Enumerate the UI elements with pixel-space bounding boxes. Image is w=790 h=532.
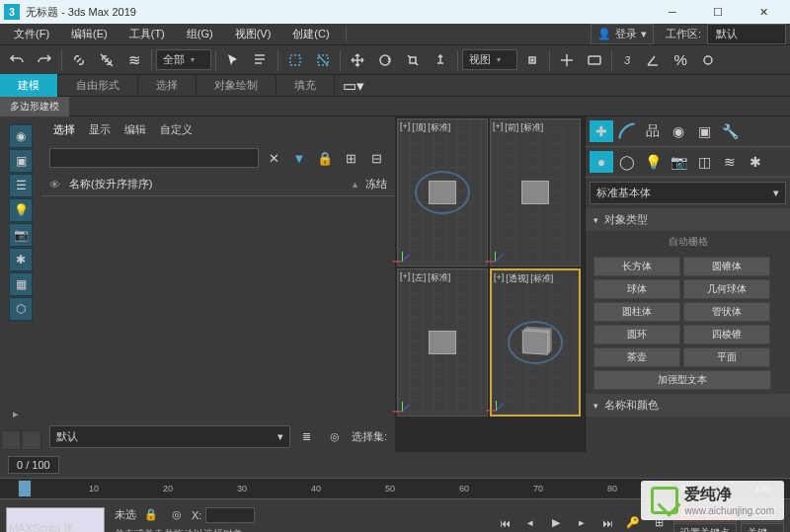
snap-toggle-button[interactable]: 3: [616, 47, 638, 73]
primitive-平面-button[interactable]: 平面: [683, 347, 770, 367]
maximize-button[interactable]: ☐: [695, 0, 741, 24]
primitive-圆环-button[interactable]: 圆环: [593, 325, 680, 344]
spacewarps-button[interactable]: ≋: [718, 151, 742, 173]
systems-button[interactable]: ✱: [744, 151, 767, 173]
primitive-长方体-button[interactable]: 长方体: [593, 257, 680, 276]
maxscript-listener[interactable]: MAXScript 迷: [6, 507, 105, 533]
prop-explorer-button[interactable]: ☰: [9, 174, 33, 197]
minimize-button[interactable]: ─: [650, 0, 695, 24]
menu-edit[interactable]: 编辑(E): [61, 24, 118, 44]
container-explorer-button[interactable]: ▦: [9, 272, 33, 296]
goto-end-button[interactable]: ⏭: [596, 513, 618, 533]
prev-frame-button[interactable]: ◂: [519, 513, 541, 533]
menu-file[interactable]: 文件(F): [4, 24, 59, 44]
missing-explorer-button[interactable]: ✱: [9, 248, 33, 271]
primitive-管状体-button[interactable]: 管状体: [683, 302, 770, 322]
layout-1-button[interactable]: [1, 430, 21, 450]
category-dropdown[interactable]: 标准基本体▾: [590, 182, 786, 204]
undo-button[interactable]: [4, 47, 30, 73]
ribbon-overflow-button[interactable]: ▭▾: [341, 73, 366, 99]
ribbon-tab-populate[interactable]: 填充: [276, 74, 335, 97]
select-object-button[interactable]: [220, 47, 246, 73]
viewport-label[interactable]: [+][顶][标准]: [398, 119, 452, 136]
name-column-header[interactable]: 名称(按升序排序): [69, 177, 351, 191]
ribbon-tab-objpaint[interactable]: 对象绘制: [197, 74, 276, 97]
scene-tab-edit[interactable]: 编辑: [124, 122, 146, 137]
layer-explorer-button[interactable]: ▣: [9, 149, 33, 173]
menu-create[interactable]: 创建(C): [282, 24, 339, 44]
angle-snap-button[interactable]: [640, 47, 666, 73]
scene-list-body[interactable]: [41, 196, 395, 421]
ribbon-tab-selection[interactable]: 选择: [138, 74, 197, 97]
objtype-rollout-header[interactable]: ▾ 对象类型: [586, 208, 790, 231]
view-children-button[interactable]: ⊞: [340, 147, 361, 169]
ribbon-tab-modeling[interactable]: 建模: [0, 74, 58, 97]
setkey-button[interactable]: 设置关键点: [673, 523, 737, 532]
time-slider-thumb[interactable]: [18, 480, 32, 497]
display-tab-button[interactable]: ▣: [692, 120, 716, 142]
key-filter-button[interactable]: 关键: [741, 523, 784, 532]
viewport-label[interactable]: [+][透视][标准]: [492, 270, 555, 287]
utilities-tab-button[interactable]: 🔧: [718, 120, 742, 142]
spinner-snap-button[interactable]: [695, 47, 721, 73]
viewport-2[interactable]: [+][左][标准]: [397, 268, 488, 417]
window-crossing-button[interactable]: [310, 47, 336, 73]
menu-group[interactable]: 组(G): [177, 24, 223, 44]
scene-explorer-button[interactable]: ◉: [9, 124, 33, 148]
goto-start-button[interactable]: ⏮: [494, 513, 515, 533]
autogrid-checkbox[interactable]: 自动栅格: [586, 231, 790, 253]
cameras-button[interactable]: 📷: [667, 151, 690, 173]
workspace-dropdown[interactable]: 默认: [707, 24, 786, 44]
primitive-四棱锥-button[interactable]: 四棱锥: [683, 325, 770, 344]
viewport-3[interactable]: [+][透视][标准]: [490, 268, 581, 417]
login-button[interactable]: 👤 登录 ▾: [591, 24, 654, 44]
primitive-圆锥体-button[interactable]: 圆锥体: [683, 257, 770, 276]
use-center-button[interactable]: [519, 47, 545, 73]
close-button[interactable]: ✕: [741, 0, 786, 24]
modify-tab-button[interactable]: [615, 120, 639, 142]
revit-explorer-button[interactable]: ⬡: [9, 297, 33, 321]
placement-button[interactable]: [428, 47, 453, 73]
menu-tools[interactable]: 工具(T): [119, 24, 175, 44]
primitive-加强型文本-button[interactable]: 加强型文本: [593, 370, 771, 390]
clear-search-button[interactable]: ✕: [263, 147, 284, 169]
lock-button[interactable]: 🔒: [314, 147, 336, 169]
camera-explorer-button[interactable]: 📷: [9, 223, 33, 247]
scene-search-input[interactable]: [49, 148, 259, 168]
primitive-茶壶-button[interactable]: 茶壶: [593, 347, 680, 367]
layer-dropdown[interactable]: 默认▾: [49, 425, 290, 448]
freeze-column-header[interactable]: 冻结: [365, 177, 387, 191]
layers-icon[interactable]: ≣: [296, 426, 318, 448]
current-frame-field[interactable]: 0 / 100: [8, 456, 59, 474]
helpers-button[interactable]: ◫: [692, 151, 716, 173]
sync-button[interactable]: ⊟: [365, 147, 387, 169]
light-explorer-button[interactable]: 💡: [9, 198, 33, 222]
scale-button[interactable]: [400, 47, 426, 73]
x-coord-input[interactable]: [205, 507, 255, 523]
lights-button[interactable]: 💡: [641, 151, 665, 173]
expand-left-icon[interactable]: ▸: [13, 408, 29, 423]
visibility-column-icon[interactable]: 👁: [49, 179, 69, 190]
layout-2-button[interactable]: [22, 430, 41, 450]
scene-tab-custom[interactable]: 自定义: [160, 122, 193, 137]
geometry-button[interactable]: ●: [590, 151, 613, 173]
isolate-button[interactable]: ◎: [166, 505, 188, 525]
primitive-圆柱体-button[interactable]: 圆柱体: [593, 302, 680, 322]
viewport-1[interactable]: [+][前][标准]: [490, 118, 581, 266]
play-button[interactable]: ▶: [545, 513, 567, 533]
namecolor-rollout-header[interactable]: ▾ 名称和颜色: [586, 394, 790, 417]
select-by-name-button[interactable]: [248, 47, 274, 73]
ribbon-tab-freeform[interactable]: 自由形式: [58, 74, 138, 97]
shapes-button[interactable]: ◯: [615, 151, 639, 173]
percent-snap-button[interactable]: %: [668, 47, 693, 73]
primitive-几何球体-button[interactable]: 几何球体: [683, 279, 770, 299]
filter-funnel-button[interactable]: ▼: [288, 147, 310, 169]
bind-spacewarp-button[interactable]: ≋: [121, 47, 147, 73]
primitive-球体-button[interactable]: 球体: [593, 279, 680, 299]
ref-coord-dropdown[interactable]: 视图▾: [462, 49, 517, 70]
manipulate-button[interactable]: [554, 47, 580, 73]
move-button[interactable]: [345, 47, 370, 73]
isolate-icon[interactable]: ◎: [324, 426, 346, 448]
hierarchy-tab-button[interactable]: 品: [641, 120, 665, 142]
viewport-label[interactable]: [+][左][标准]: [398, 269, 452, 286]
